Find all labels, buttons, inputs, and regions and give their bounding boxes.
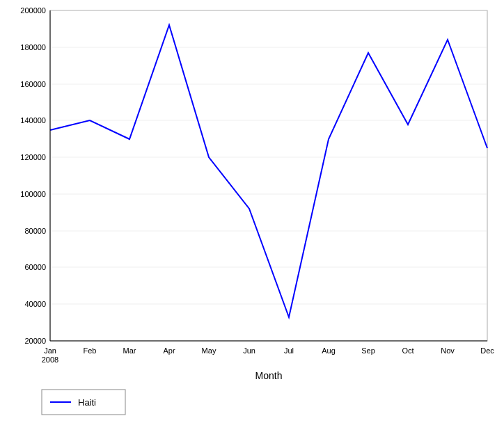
x-tick-oct: Oct [402,346,414,355]
x-axis-label: Month [255,370,283,381]
x-tick-jan-year: 2008 [42,355,58,364]
legend-label-haiti: Haiti [78,397,96,408]
y-tick-140000: 140000 [20,116,46,125]
x-tick-mar: Mar [123,346,136,355]
y-tick-80000: 80000 [24,227,46,235]
x-tick-feb: Feb [84,346,97,355]
x-tick-apr: Apr [163,346,175,355]
y-tick-160000: 160000 [20,80,46,88]
x-tick-dec: Dec [480,346,494,355]
svg-rect-0 [50,10,487,341]
y-tick-20000: 20000 [24,337,46,345]
y-tick-120000: 120000 [20,153,46,161]
x-tick-jan: Jan [44,346,56,355]
x-tick-sep: Sep [361,346,375,355]
x-tick-may: May [202,346,216,355]
y-tick-40000: 40000 [24,300,46,308]
y-tick-180000: 180000 [20,43,46,51]
y-tick-100000: 100000 [20,190,46,198]
y-tick-60000: 60000 [24,263,46,271]
x-tick-aug: Aug [322,346,336,355]
x-tick-jun: Jun [243,346,255,355]
chart-container: 20000 40000 60000 80000 100000 120000 14… [0,0,504,432]
y-tick-200000: 200000 [20,6,46,15]
line-chart: 20000 40000 60000 80000 100000 120000 14… [0,0,504,432]
x-tick-nov: Nov [441,346,455,355]
x-tick-jul: Jul [284,346,294,355]
